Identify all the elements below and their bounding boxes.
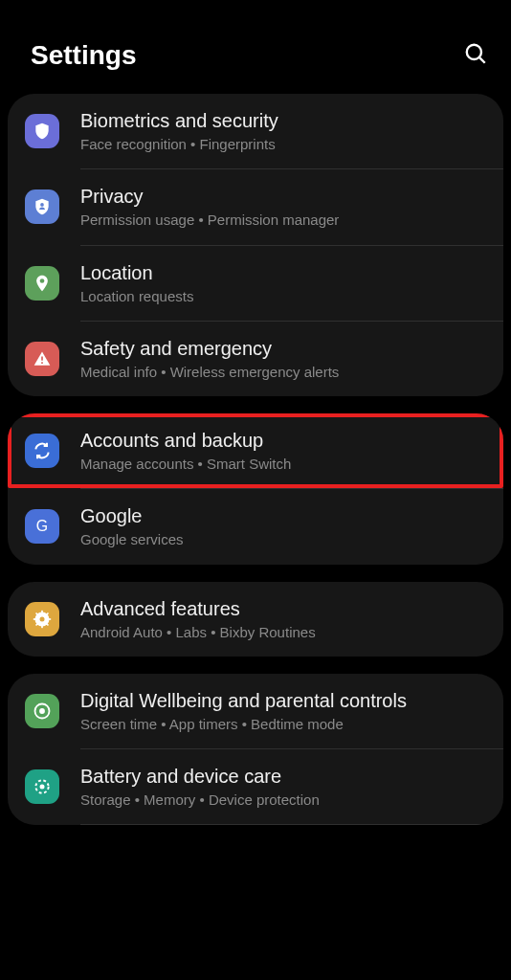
privacy-icon <box>25 189 59 224</box>
svg-point-2 <box>40 203 44 207</box>
settings-item-google[interactable]: GGoogleGoogle services <box>8 489 503 564</box>
svg-point-8 <box>40 616 45 621</box>
settings-group: Biometrics and securityFace recognition … <box>8 94 503 396</box>
svg-point-18 <box>39 708 45 714</box>
svg-text:G: G <box>36 518 48 534</box>
item-text: Advanced featuresAndroid Auto • Labs • B… <box>80 596 486 642</box>
item-title: Location <box>80 260 486 286</box>
item-text: Biometrics and securityFace recognition … <box>80 108 486 154</box>
shield-icon <box>25 114 59 148</box>
page-title: Settings <box>31 40 136 71</box>
item-text: Accounts and backupManage accounts • Sma… <box>80 428 486 474</box>
settings-content: Biometrics and securityFace recognition … <box>0 94 511 825</box>
warning-icon <box>25 342 59 376</box>
settings-item-safety[interactable]: Safety and emergencyMedical info • Wirel… <box>8 322 503 396</box>
settings-item-biometrics[interactable]: Biometrics and securityFace recognition … <box>8 94 503 168</box>
item-text: GoogleGoogle services <box>80 503 486 549</box>
item-subtitle: Location requests <box>80 287 486 306</box>
settings-item-privacy[interactable]: PrivacyPermission usage • Permission man… <box>8 169 503 244</box>
item-text: Digital Wellbeing and parental controlsS… <box>80 688 486 734</box>
item-subtitle: Screen time • App timers • Bedtime mode <box>80 715 486 734</box>
item-title: Accounts and backup <box>80 428 486 454</box>
gear-icon <box>25 602 59 636</box>
svg-rect-9 <box>41 610 43 612</box>
item-title: Battery and device care <box>80 764 486 790</box>
search-icon <box>463 41 488 66</box>
svg-rect-11 <box>33 618 36 620</box>
item-text: PrivacyPermission usage • Permission man… <box>80 184 486 230</box>
svg-rect-4 <box>41 356 43 360</box>
google-icon: G <box>25 509 59 544</box>
sync-icon <box>25 434 59 468</box>
item-subtitle: Medical info • Wireless emergency alerts <box>80 363 486 382</box>
item-subtitle: Face recognition • Fingerprints <box>80 135 486 154</box>
item-subtitle: Storage • Memory • Device protection <box>80 791 486 810</box>
item-title: Biometrics and security <box>80 108 486 134</box>
svg-point-0 <box>467 45 481 59</box>
svg-line-1 <box>479 57 485 63</box>
svg-rect-5 <box>41 362 43 364</box>
search-button[interactable] <box>463 41 488 70</box>
wellbeing-icon <box>25 694 59 728</box>
item-subtitle: Android Auto • Labs • Bixby Routines <box>80 623 486 642</box>
svg-rect-10 <box>41 624 43 627</box>
settings-item-accounts[interactable]: Accounts and backupManage accounts • Sma… <box>8 413 503 488</box>
item-text: Battery and device careStorage • Memory … <box>80 764 486 810</box>
item-subtitle: Permission usage • Permission manager <box>80 211 486 230</box>
item-text: LocationLocation requests <box>80 260 486 306</box>
svg-point-3 <box>40 278 45 283</box>
care-icon <box>25 769 59 804</box>
item-title: Digital Wellbeing and parental controls <box>80 688 486 714</box>
pin-icon <box>25 266 59 301</box>
item-title: Google <box>80 503 486 529</box>
item-title: Advanced features <box>80 596 486 622</box>
divider <box>80 824 503 825</box>
item-title: Safety and emergency <box>80 336 486 362</box>
settings-item-location[interactable]: LocationLocation requests <box>8 246 503 321</box>
settings-item-battery[interactable]: Battery and device careStorage • Memory … <box>8 749 503 824</box>
svg-point-20 <box>40 785 45 790</box>
settings-header: Settings <box>0 0 511 94</box>
settings-item-wellbeing[interactable]: Digital Wellbeing and parental controlsS… <box>8 674 503 748</box>
settings-group: Accounts and backupManage accounts • Sma… <box>8 413 503 565</box>
item-title: Privacy <box>80 184 486 210</box>
item-subtitle: Google services <box>80 530 486 549</box>
item-subtitle: Manage accounts • Smart Switch <box>80 455 486 474</box>
settings-group: Digital Wellbeing and parental controlsS… <box>8 674 503 826</box>
item-text: Safety and emergencyMedical info • Wirel… <box>80 336 486 382</box>
settings-group: Advanced featuresAndroid Auto • Labs • B… <box>8 582 503 657</box>
settings-item-advanced[interactable]: Advanced featuresAndroid Auto • Labs • B… <box>8 582 503 657</box>
svg-rect-12 <box>48 618 51 620</box>
